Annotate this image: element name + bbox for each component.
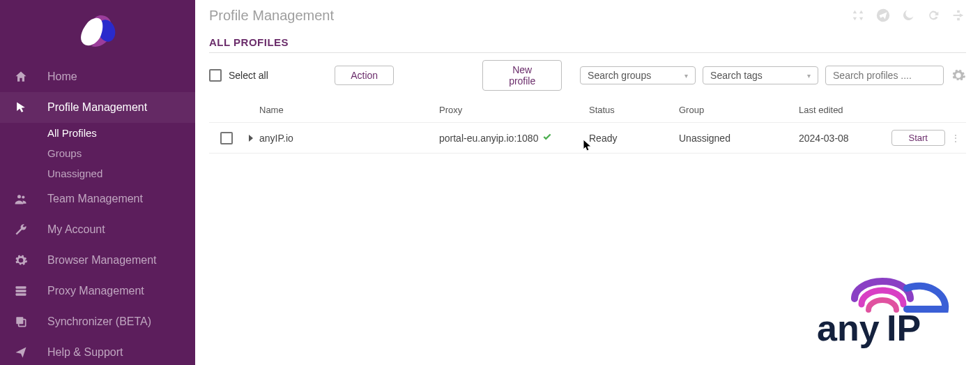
send-icon: [13, 345, 29, 359]
svg-text:any: any: [817, 308, 880, 348]
col-header-last-edited: Last edited: [799, 105, 882, 115]
moon-icon[interactable]: [901, 8, 916, 23]
search-tags-select[interactable]: Search tags ▾: [703, 66, 818, 84]
col-header-group: Group: [679, 105, 799, 115]
toolbar: Select all Action New profile Search gro…: [209, 53, 966, 98]
action-button[interactable]: Action: [335, 66, 394, 85]
sidebar-item-synchronizer[interactable]: Synchronizer (BETA): [0, 306, 195, 337]
sidebar-item-team-management[interactable]: Team Management: [0, 184, 195, 214]
search-profiles-input[interactable]: [825, 66, 944, 85]
nav-label-profile-management: Profile Management: [47, 101, 147, 114]
row-checkbox[interactable]: [220, 132, 233, 144]
nav-label-help: Help & Support: [47, 346, 123, 359]
logout-icon[interactable]: [951, 8, 966, 23]
sidebar-item-proxy-management[interactable]: Proxy Management: [0, 276, 195, 306]
nav-label-proxy: Proxy Management: [47, 285, 144, 297]
section-title: ALL PROFILES: [209, 31, 966, 53]
cell-proxy: portal-eu.anyip.io:1080: [439, 133, 538, 144]
server-icon: [13, 284, 29, 298]
watermark-logo: any IP: [813, 271, 959, 357]
sidebar: Home Profile Management All Profiles Gro…: [0, 0, 195, 365]
team-icon: [13, 192, 29, 206]
cell-name: anyIP.io: [258, 133, 439, 144]
app-logo: [0, 0, 195, 61]
expand-row-icon[interactable]: [249, 135, 253, 142]
main-panel: Profile Management ALL PROFILES Select a…: [195, 0, 980, 365]
sidebar-item-help-support[interactable]: Help & Support: [0, 337, 195, 365]
row-more-icon[interactable]: ⋮: [945, 133, 966, 144]
col-header-status: Status: [589, 105, 679, 115]
sidebar-item-profile-management[interactable]: Profile Management: [0, 92, 195, 123]
wrench-icon: [13, 223, 29, 237]
nav-label-team: Team Management: [47, 193, 143, 205]
svg-rect-3: [16, 286, 26, 288]
recycle-icon[interactable]: [850, 8, 866, 23]
svg-point-1: [17, 195, 21, 198]
sidebar-item-my-account[interactable]: My Account: [0, 214, 195, 245]
sidebar-subnav: All Profiles Groups Unassigned: [0, 123, 195, 184]
header-icons: [850, 8, 966, 23]
chevron-down-icon: ▾: [807, 72, 811, 80]
sidebar-item-browser-management[interactable]: Browser Management: [0, 245, 195, 276]
svg-rect-4: [16, 290, 26, 292]
proxy-check-icon: [542, 132, 552, 144]
nav-label-sync: Synchronizer (BETA): [47, 315, 151, 328]
select-all-label: Select all: [229, 70, 268, 81]
page-header: Profile Management: [209, 0, 966, 31]
svg-text:IP: IP: [887, 308, 921, 348]
cell-group: Unassigned: [679, 133, 799, 144]
sidebar-item-home[interactable]: Home: [0, 61, 195, 92]
table-header: Name Proxy Status Group Last edited: [209, 98, 966, 123]
nav-label-browser: Browser Management: [47, 254, 157, 267]
settings-gear-icon[interactable]: [951, 68, 966, 83]
select-all-checkbox[interactable]: [209, 69, 222, 82]
cursor-icon: [13, 100, 29, 114]
home-icon: [13, 70, 29, 84]
refresh-icon[interactable]: [926, 8, 941, 23]
sidebar-subitem-unassigned[interactable]: Unassigned: [47, 163, 195, 184]
new-profile-button[interactable]: New profile: [482, 60, 562, 91]
chevron-down-icon: ▾: [684, 72, 688, 80]
search-groups-label: Search groups: [588, 70, 651, 81]
telegram-icon[interactable]: [875, 8, 891, 23]
col-header-proxy: Proxy: [439, 105, 589, 115]
col-header-name: Name: [258, 105, 439, 115]
svg-rect-5: [16, 293, 26, 295]
svg-rect-6: [16, 317, 23, 324]
cell-status: Ready: [589, 133, 679, 144]
sidebar-subitem-groups[interactable]: Groups: [47, 143, 195, 163]
gear-icon: [13, 253, 29, 267]
copy-icon: [13, 315, 29, 329]
nav-label-home: Home: [47, 70, 77, 83]
cell-last-edited: 2024-03-08: [799, 133, 882, 144]
start-button[interactable]: Start: [891, 130, 945, 146]
sidebar-subitem-all-profiles[interactable]: All Profiles: [47, 123, 195, 143]
search-groups-select[interactable]: Search groups ▾: [580, 66, 696, 84]
page-title: Profile Management: [209, 8, 334, 24]
search-tags-label: Search tags: [710, 70, 763, 81]
table-row: anyIP.io portal-eu.anyip.io:1080 Ready U…: [209, 123, 966, 154]
nav-label-account: My Account: [47, 223, 105, 236]
svg-point-2: [22, 195, 24, 198]
